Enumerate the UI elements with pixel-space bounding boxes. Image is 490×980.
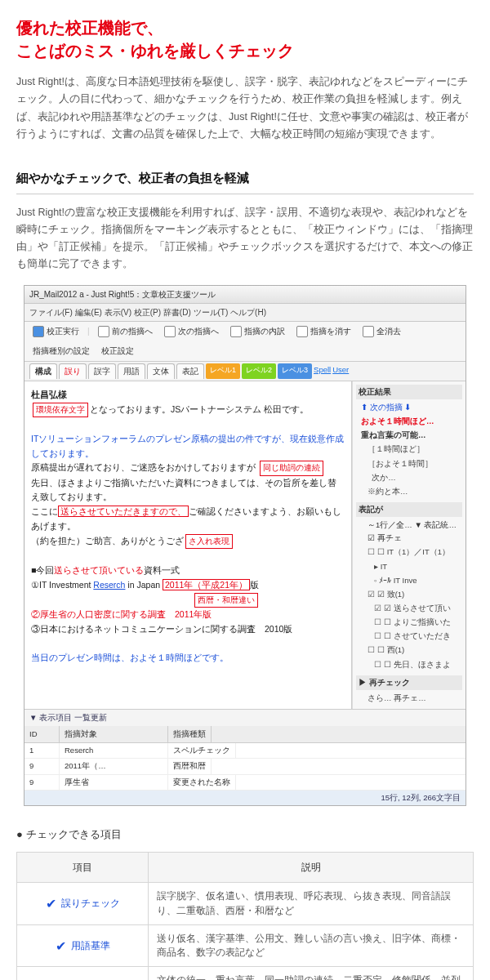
item-desc: 文体の統一、重ね言葉、同一助詞の連続、二重否定、修飾関係、並列関係など — [149, 967, 474, 980]
document-pane: 杜昌弘様 環境依存文字となっております。JSパートナーシステム 松田です。 IT… — [24, 381, 352, 709]
table-row: ✔誤りチェック誤字脱字、仮名遣い、慣用表現、呼応表現、ら抜き表現、同音語誤り、二… — [17, 883, 474, 925]
item-label: 誤りチェック — [61, 898, 120, 909]
grid-header: ID 指摘対象 指摘種類 — [24, 726, 466, 743]
tab-notation[interactable]: 表記 — [176, 363, 204, 379]
app-screenshot: JR_Mail2012 a - Just Right!5：文章校正支援ツール フ… — [24, 285, 466, 806]
delete-button[interactable]: 指摘を消す — [293, 324, 354, 339]
check-icon: ✔ — [46, 897, 56, 911]
callout-era: 西暦・和暦違い — [194, 593, 258, 608]
table-row: ✔用語基準送り仮名、漢字基準、公用文、難しい語の言い換え、旧字体、商標・商品名、… — [17, 924, 474, 967]
tab-error[interactable]: 誤り — [59, 363, 87, 379]
bottom-grid: ▼ 表示項目 一覧更新 ID 指摘対象 指摘種類 1Reserchスペルチェック… — [24, 709, 466, 791]
side-nav[interactable]: ⬆ 次の指摘 ⬇ — [356, 401, 462, 415]
callout-same-particle: 同じ助詞の連続 — [260, 461, 323, 475]
grid-toolbar[interactable]: ▼ 表示項目 一覧更新 — [24, 710, 466, 726]
section-heading-1: 細やかなチェックで、校正者の負担を軽減 — [16, 167, 474, 194]
level2-badge[interactable]: レベル2 — [242, 363, 276, 379]
tab-bar: 構成 誤り 誤字 用語 文体 表記 レベル1 レベル2 レベル3 Spell U… — [24, 362, 466, 381]
table-row[interactable]: 1Reserchスペルチェック — [24, 743, 466, 759]
next-button[interactable]: 次の指摘へ — [161, 324, 222, 339]
detail-button[interactable]: 指摘の内訳 — [227, 324, 288, 339]
rank-button[interactable]: 指摘種別の設定 — [29, 344, 93, 359]
check-icon: ✔ — [56, 939, 66, 953]
tab-typo[interactable]: 誤字 — [88, 363, 116, 379]
spell-link[interactable]: Spell — [314, 363, 331, 379]
doc-forum-line: ITソリューションフォーラムのプレゼン原稿の提出の件ですが、現在鋭意作成しており… — [31, 434, 344, 458]
callout-sa-ire: さ入れ表現 — [185, 534, 233, 549]
col-header-item: 項目 — [17, 852, 149, 882]
delete-all-button[interactable]: 全消去 — [359, 324, 404, 339]
run-button[interactable]: 校正実行 — [29, 324, 82, 339]
section-paragraph-1: Just Right!の豊富な校正支援機能を利用すれば、誤字・誤用、不適切な表現… — [16, 204, 474, 274]
doc-greeting: 杜昌弘様 — [31, 390, 67, 399]
table-row[interactable]: 9厚生省変更された名称 — [24, 775, 466, 791]
headline-line2: ことばのミス・ゆれを厳しくチェック — [16, 42, 294, 60]
trash-all-icon — [363, 326, 374, 337]
menu-bar[interactable]: ファイル(F) 編集(E) 表示(V) 校正(P) 辞書(D) ツール(T) ヘ… — [24, 304, 466, 322]
callout-env: 環境依存文字 — [33, 403, 88, 417]
tab-term[interactable]: 用語 — [118, 363, 145, 379]
side-heading: 校正結果 — [356, 385, 462, 399]
toolbar: 校正実行 | 前の指摘へ 次の指摘へ 指摘の内訳 指摘を消す 全消去 指摘種別の… — [24, 322, 466, 362]
item-desc: 送り仮名、漢字基準、公用文、難しい語の言い換え、旧字体、商標・商品名、数字の表記… — [149, 924, 474, 967]
arrow-up-icon — [98, 326, 109, 337]
tab-structure[interactable]: 構成 — [29, 363, 57, 379]
status-bar: 15行, 12列, 266文字目 — [24, 791, 466, 805]
check-items-title: チェックできる項目 — [16, 826, 474, 844]
arrow-down-icon — [164, 326, 176, 337]
table-row: ✔表現洗練文体の統一、重ね言葉、同一助詞の連続、二重否定、修飾関係、並列関係など — [17, 967, 474, 980]
tab-style[interactable]: 文体 — [147, 363, 175, 379]
list-icon — [230, 326, 242, 337]
col-header-desc: 説明 — [149, 852, 474, 882]
item-label: 用語基準 — [71, 939, 110, 951]
level1-badge[interactable]: レベル1 — [206, 363, 240, 379]
window-title: JR_Mail2012 a - Just Right!5：文章校正支援ツール — [24, 286, 466, 304]
check-icon — [33, 326, 44, 337]
headline-line1: 優れた校正機能で、 — [16, 19, 163, 37]
item-desc: 誤字脱字、仮名遣い、慣用表現、呼応表現、ら抜き表現、同音語誤り、二重敬語、西暦・… — [149, 883, 474, 925]
settings-button[interactable]: 校正設定 — [98, 344, 137, 359]
prev-button[interactable]: 前の指摘へ — [95, 324, 156, 339]
side-panel: 校正結果 ⬆ 次の指摘 ⬇ およそ１時間ほど… 重ね言葉の可能… ［１時間ほど］… — [352, 381, 466, 709]
level3-badge[interactable]: レベル3 — [278, 363, 312, 379]
lead-paragraph: Just Right!は、高度な日本語処理技術を駆使し、誤字・脱字、表記ゆれなど… — [16, 74, 474, 143]
features-table: 項目 説明 ✔誤りチェック誤字脱字、仮名遣い、慣用表現、呼応表現、ら抜き表現、同… — [16, 852, 474, 980]
user-link[interactable]: User — [332, 363, 349, 379]
table-row[interactable]: 92011年（…西暦和暦 — [24, 759, 466, 774]
trash-icon — [296, 326, 308, 337]
